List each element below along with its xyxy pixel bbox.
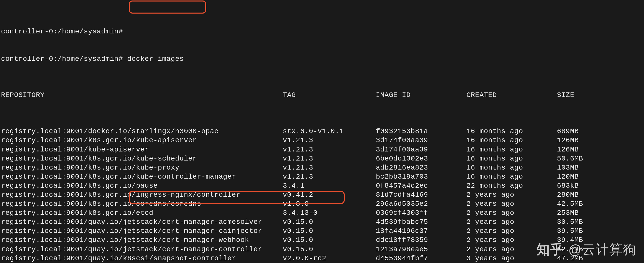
- cell-created: 16 months ago: [466, 145, 557, 154]
- cell-size: 126MB: [557, 136, 579, 145]
- cell-tag: v1.21.3: [283, 154, 376, 163]
- cell-created: 16 months ago: [466, 127, 557, 136]
- cell-created: 2 years ago: [466, 227, 557, 236]
- cell-created: 16 months ago: [466, 172, 557, 181]
- table-row: registry.local:9001/k8s.gcr.io/kube-apis…: [1, 136, 643, 145]
- cell-repository: registry.local:9001/k8s.gcr.io/ingress-n…: [1, 190, 283, 199]
- table-row: registry.local:9001/kube-apiserverv1.21.…: [1, 145, 643, 154]
- cell-tag: v0.15.0: [283, 245, 376, 254]
- table-row: registry.local:9001/k8s.gcr.io/kube-sche…: [1, 154, 643, 163]
- cell-repository: registry.local:9001/docker.io/starlingx/…: [1, 127, 283, 136]
- prompt-line-cmd-images: controller-0:/home/sysadmin# docker imag…: [1, 55, 643, 64]
- table-row: registry.local:9001/k8s.gcr.io/ingress-n…: [1, 190, 643, 199]
- col-size: SIZE: [557, 91, 574, 100]
- cell-image-id: 3d174f00aa39: [376, 145, 466, 154]
- cell-size: 39.5MB: [557, 227, 583, 236]
- cell-created: 22 months ago: [466, 181, 557, 190]
- cell-repository: registry.local:9001/k8s.gcr.io/kube-apis…: [1, 136, 283, 145]
- cell-image-id: d4553944fbf7: [376, 254, 466, 263]
- cell-image-id: 3d174f00aa39: [376, 136, 466, 145]
- cell-created: 16 months ago: [466, 163, 557, 172]
- terminal[interactable]: controller-0:/home/sysadmin# controller-…: [0, 0, 644, 263]
- cell-size: 30.5MB: [557, 218, 583, 227]
- table-row: registry.local:9001/k8s.gcr.io/etcd3.4.1…: [1, 208, 643, 218]
- cell-repository: registry.local:9001/kube-apiserver: [1, 145, 283, 154]
- cell-image-id: 296a6d5035e2: [376, 199, 466, 208]
- cell-tag: 3.4.1: [283, 181, 376, 190]
- table-row: registry.local:9001/quay.io/jetstack/cer…: [1, 227, 643, 236]
- cell-repository: registry.local:9001/quay.io/jetstack/cer…: [1, 227, 283, 236]
- cell-size: 253MB: [557, 208, 579, 218]
- col-tag: TAG: [283, 91, 376, 100]
- cell-size: 689MB: [557, 127, 579, 136]
- cell-tag: v1.8.0: [283, 199, 376, 208]
- cell-image-id: 6be0dc1302e3: [376, 154, 466, 163]
- zhihu-logo-icon: 知乎: [537, 241, 564, 258]
- cell-tag: v1.21.3: [283, 172, 376, 181]
- cell-image-id: f0932153b81a: [376, 127, 466, 136]
- cell-image-id: 4d539fbabc75: [376, 218, 466, 227]
- cell-image-id: adb2816ea823: [376, 163, 466, 172]
- cell-tag: v1.21.3: [283, 136, 376, 145]
- cell-repository: registry.local:9001/k8s.gcr.io/coredns/c…: [1, 199, 283, 208]
- cell-created: 2 years ago: [466, 190, 557, 199]
- cell-repository: registry.local:9001/k8s.gcr.io/kube-cont…: [1, 172, 283, 181]
- cell-image-id: 1213a798eae5: [376, 245, 466, 254]
- cell-image-id: 18fa44196c37: [376, 227, 466, 236]
- cell-image-id: 0f8457a4c2ec: [376, 181, 466, 190]
- cell-repository: registry.local:9001/quay.io/k8scsi/snaps…: [1, 254, 283, 263]
- watermark: 知乎 @云计算狗: [537, 241, 636, 258]
- cell-size: 42.5MB: [557, 199, 583, 208]
- cell-created: 16 months ago: [466, 136, 557, 145]
- cell-repository: registry.local:9001/quay.io/jetstack/cer…: [1, 218, 283, 227]
- cell-size: 50.6MB: [557, 154, 583, 163]
- cell-repository: registry.local:9001/k8s.gcr.io/pause: [1, 181, 283, 190]
- table-header: REPOSITORYTAGIMAGE IDCREATEDSIZE: [1, 91, 643, 100]
- cell-tag: v1.21.3: [283, 163, 376, 172]
- cell-repository: registry.local:9001/quay.io/jetstack/cer…: [1, 245, 283, 254]
- cell-size: 280MB: [557, 190, 579, 199]
- cell-size: 120MB: [557, 172, 579, 181]
- table-row: registry.local:9001/quay.io/jetstack/cer…: [1, 218, 643, 227]
- cell-tag: stx.6.0-v1.0.1: [283, 127, 376, 136]
- cell-size: 126MB: [557, 145, 579, 154]
- cell-image-id: dde18ff78359: [376, 236, 466, 245]
- cell-image-id: 81d7cdfa4169: [376, 190, 466, 199]
- cell-repository: registry.local:9001/k8s.gcr.io/kube-prox…: [1, 163, 283, 172]
- cell-tag: 3.4.13-0: [283, 208, 376, 218]
- cell-tag: v0.15.0: [283, 218, 376, 227]
- cell-tag: v0.41.2: [283, 190, 376, 199]
- cell-tag: v2.0.0-rc2: [283, 254, 376, 263]
- cell-tag: v0.15.0: [283, 236, 376, 245]
- cell-created: 2 years ago: [466, 218, 557, 227]
- cell-repository: registry.local:9001/quay.io/jetstack/cer…: [1, 236, 283, 245]
- cell-created: 16 months ago: [466, 154, 557, 163]
- table-row: registry.local:9001/k8s.gcr.io/pause3.4.…: [1, 181, 643, 190]
- cell-size: 103MB: [557, 163, 579, 172]
- table-row: registry.local:9001/docker.io/starlingx/…: [1, 127, 643, 136]
- col-created: CREATED: [466, 91, 557, 100]
- cell-tag: v1.21.3: [283, 145, 376, 154]
- cmd-docker-images: docker images: [127, 55, 184, 63]
- cell-image-id: 0369cf4303ff: [376, 208, 466, 218]
- highlight-docker-images: [129, 1, 206, 14]
- cell-repository: registry.local:9001/k8s.gcr.io/etcd: [1, 208, 283, 218]
- cell-created: 2 years ago: [466, 199, 557, 208]
- table-row: registry.local:9001/k8s.gcr.io/kube-cont…: [1, 172, 643, 181]
- cell-repository: registry.local:9001/k8s.gcr.io/kube-sche…: [1, 154, 283, 163]
- watermark-text: @云计算狗: [568, 241, 636, 258]
- prompt-line: controller-0:/home/sysadmin#: [1, 27, 643, 36]
- col-image-id: IMAGE ID: [376, 91, 466, 100]
- cell-created: 2 years ago: [466, 208, 557, 218]
- cell-image-id: bc2bb319a703: [376, 172, 466, 181]
- col-repository: REPOSITORY: [1, 91, 283, 100]
- cell-size: 683kB: [557, 181, 579, 190]
- cell-tag: v0.15.0: [283, 227, 376, 236]
- table-row: registry.local:9001/k8s.gcr.io/coredns/c…: [1, 199, 643, 208]
- table-row: registry.local:9001/k8s.gcr.io/kube-prox…: [1, 163, 643, 172]
